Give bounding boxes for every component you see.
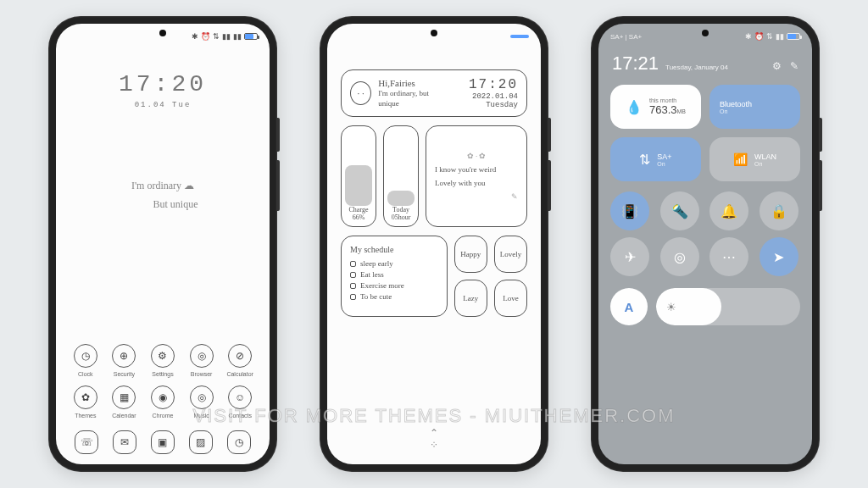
settings-icon: ⚙ (151, 344, 175, 368)
data-usage-tile[interactable]: 💧 this month 763.3MB (610, 85, 701, 129)
note-widget[interactable]: ✿ · ✿ I know you're weird Lovely with yo… (426, 125, 527, 227)
toggle-icon: 📳 (621, 203, 638, 219)
toggle-icon: ✈ (625, 249, 636, 265)
schedule-text: To be cute (360, 292, 392, 301)
tile-sub: On (720, 108, 790, 114)
app-label: Music (193, 413, 209, 419)
face-icon: · · (350, 81, 371, 105)
swap-icon: ⇅ (639, 152, 650, 168)
security-icon: ⊕ (112, 344, 136, 368)
dock-app-0[interactable]: ☏ (68, 430, 106, 454)
schedule-item[interactable]: sleep early (350, 259, 438, 268)
schedule-item[interactable]: To be cute (350, 292, 438, 301)
checkbox-icon (350, 294, 356, 300)
schedule-item[interactable]: Eat less (350, 270, 438, 279)
brightness-slider[interactable]: ☀ (656, 288, 800, 325)
wlan-tile[interactable]: 📶 WLAN On (709, 137, 800, 181)
checkbox-icon (350, 272, 356, 278)
mood-lovely[interactable]: Lovely (494, 236, 527, 273)
battery-icon (787, 33, 800, 40)
auto-brightness-button[interactable]: A (610, 288, 648, 325)
charge-widget[interactable]: Charge 66% (341, 125, 376, 227)
greeting-widget[interactable]: · · Hi,Fairies I'm ordinary, but unique … (341, 69, 527, 117)
dock-icon: ◷ (227, 430, 251, 454)
app-calendar[interactable]: ▦ Calendar (107, 385, 142, 419)
toggle-p3-tr1-3[interactable]: 🔒 (760, 191, 798, 230)
mood-lazy[interactable]: Lazy (454, 280, 487, 317)
app-themes[interactable]: ✿ Themes (68, 385, 103, 419)
schedule-item[interactable]: Exercise more (350, 281, 438, 290)
charge-value: 66% (353, 214, 365, 221)
app-label: Settings (152, 371, 173, 377)
app-chrome[interactable]: ◉ Chrome (145, 385, 181, 419)
clock-widget[interactable]: 17:20 01.04 Tue (56, 71, 270, 109)
dock-app-1[interactable]: ✉ (106, 430, 144, 454)
widget-time: 17:20 (443, 77, 518, 92)
signal-icon: ▮▮ (222, 33, 231, 41)
mood-happy[interactable]: Happy (454, 236, 487, 273)
battery-icon (244, 33, 258, 40)
schedule-text: Eat less (360, 270, 384, 279)
toggle-p3-tr1-0[interactable]: 📳 (610, 191, 649, 230)
checkbox-icon (350, 261, 356, 267)
app-label: Contacts (228, 413, 252, 419)
sim-tile[interactable]: ⇅ SA+ On (610, 137, 701, 181)
toggle-icon: ➤ (773, 249, 784, 265)
bluetooth-tile[interactable]: Bluetooth On (709, 85, 800, 129)
dock-icon: ✉ (113, 430, 136, 454)
wifi-icon: 📶 (733, 152, 748, 166)
settings-icon[interactable]: ⚙ (772, 60, 782, 72)
app-label: Chrome (153, 413, 174, 419)
app-label: Calculator (226, 371, 253, 377)
toggle-icon: ⋯ (722, 249, 736, 265)
cc-date: Tuesday, January 04 (665, 64, 728, 71)
dock-app-2[interactable]: ▣ (144, 430, 182, 454)
cc-time: 17:21 (612, 53, 659, 75)
app-label: Themes (75, 413, 96, 419)
dock-app-4[interactable]: ◷ (220, 430, 258, 454)
note-line: I know you're weird (435, 165, 518, 174)
toggle-p3-tr1-1[interactable]: 🔦 (660, 191, 699, 230)
schedule-widget[interactable]: My schedule sleep earlyEat lessExercise … (341, 236, 448, 317)
data-icon: ⇅ (213, 33, 220, 41)
clock-date: 01.04 Tue (56, 101, 270, 109)
today-widget[interactable]: Today 05hour (383, 125, 419, 227)
toggle-p3-tr2-1[interactable]: ◎ (660, 237, 699, 276)
tile-sub: On (754, 161, 776, 167)
sun-icon: ☀ (666, 301, 676, 313)
unlock-handle-icon[interactable]: ⌃⁘ (327, 417, 541, 464)
phone-lockscreen: · · Hi,Fairies I'm ordinary, but unique … (320, 16, 548, 472)
indicator-icon (510, 35, 529, 38)
charge-label: Charge (349, 206, 369, 214)
today-value: 05hour (392, 214, 411, 221)
edit-icon[interactable]: ✎ (790, 60, 798, 72)
tile-value: 763.3 (649, 103, 677, 116)
app-label: Browser (191, 371, 213, 377)
toggle-icon: 🔒 (771, 203, 787, 219)
app-clock[interactable]: ◷ Clock (68, 344, 103, 377)
toggle-p3-tr1-2[interactable]: 🔔 (709, 191, 748, 230)
note-line: Lovely with you (435, 179, 518, 187)
doodle-icon: ✎ (435, 192, 518, 201)
clock-icon: ◷ (74, 344, 97, 368)
greeting-title: Hi,Fairies (378, 77, 443, 89)
tagline-text: I'm ordinary ☁ But unique (56, 177, 270, 214)
app-label: Security (114, 371, 135, 377)
app-settings[interactable]: ⚙ Settings (145, 344, 181, 377)
mood-love[interactable]: Love (494, 280, 527, 317)
app-browser[interactable]: ◎ Browser (184, 344, 220, 377)
greeting-subtitle: I'm ordinary, but unique (378, 89, 443, 108)
toggle-p3-tr2-3[interactable]: ➤ (760, 237, 798, 276)
app-contacts[interactable]: ☺ Contacts (222, 385, 258, 419)
app-music[interactable]: ◎ Music (184, 385, 220, 419)
bluetooth-icon: ✱ (745, 33, 752, 41)
schedule-title: My schedule (350, 245, 438, 254)
app-calculator[interactable]: ⊘ Calculator (222, 344, 258, 377)
toggle-p3-tr2-2[interactable]: ⋯ (709, 237, 748, 276)
app-label: Clock (78, 371, 93, 377)
browser-icon: ◎ (190, 344, 214, 368)
widget-date: 2022.01.04 Tuesday (443, 92, 518, 109)
dock-app-3[interactable]: ▨ (181, 430, 220, 454)
app-security[interactable]: ⊕ Security (107, 344, 142, 377)
toggle-p3-tr2-0[interactable]: ✈ (610, 237, 649, 276)
